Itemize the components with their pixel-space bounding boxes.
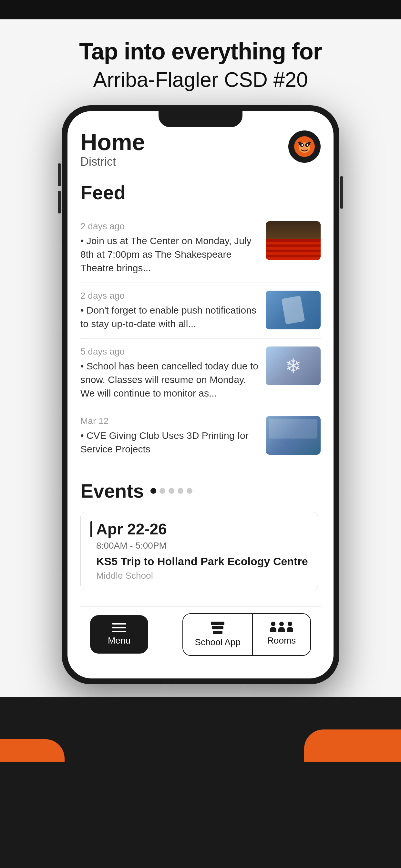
feed-thumbnail	[266, 416, 320, 455]
menu-button[interactable]: Menu	[90, 615, 148, 654]
mascot-avatar[interactable]	[288, 130, 320, 163]
app-title-group: Home District	[81, 130, 145, 168]
events-section: Events	[81, 480, 320, 590]
feed-description: • School has been cancelled today due to…	[81, 360, 259, 400]
people-icon	[270, 622, 293, 632]
feed-thumbnail	[266, 290, 320, 330]
feed-timestamp: Mar 12	[81, 416, 259, 426]
volume-down-button	[58, 191, 61, 213]
feed-description: • CVE Giving Club Uses 3D Printing for S…	[81, 429, 259, 456]
school-app-button[interactable]: School App	[183, 614, 252, 655]
feed-text: Mar 12 • CVE Giving Club Uses 3D Printin…	[81, 416, 259, 456]
menu-icon	[112, 623, 126, 632]
dot-1	[150, 488, 156, 494]
dot-2	[159, 488, 165, 494]
feed-timestamp: 2 days ago	[81, 290, 259, 301]
feed-timestamp: 2 days ago	[81, 221, 259, 231]
event-name: KS5 Trip to Holland Park Ecology Centre	[90, 555, 308, 568]
event-card[interactable]: Apr 22-26 8:00AM - 5:00PM KS5 Trip to Ho…	[81, 512, 318, 590]
feed-item[interactable]: 2 days ago • Don't forget to enable push…	[81, 283, 320, 339]
orange-stripe-right	[304, 730, 401, 762]
phone-notch	[158, 111, 243, 127]
mascot-icon	[293, 135, 316, 158]
hero-title: Tap into everything for	[79, 39, 322, 64]
events-title: Events	[81, 480, 144, 502]
app-header: Home District	[81, 130, 320, 168]
status-bar	[0, 0, 401, 20]
feed-description: • Don't forget to enable push notificati…	[81, 304, 259, 331]
power-button	[340, 176, 343, 209]
phone-frame: Home District	[62, 105, 339, 684]
feed-item[interactable]: 5 days ago • School has been cancelled t…	[81, 339, 320, 408]
volume-up-button	[58, 163, 61, 186]
events-dots	[150, 488, 192, 494]
events-scroll: Apr 22-26 8:00AM - 5:00PM KS5 Trip to Ho…	[81, 512, 320, 590]
hero-section: Tap into everything for Arriba-Flagler C…	[0, 20, 401, 697]
stack-icon	[211, 622, 224, 634]
feed-item[interactable]: Mar 12 • CVE Giving Club Uses 3D Printin…	[81, 408, 320, 464]
hero-subtitle: Arriba-Flagler CSD #20	[93, 67, 308, 92]
bottom-nav: Menu School App	[81, 607, 320, 669]
menu-label: Menu	[108, 636, 130, 646]
feed-title: Feed	[81, 182, 320, 204]
dot-5	[187, 488, 192, 494]
phone-content: Home District	[67, 111, 334, 678]
event-time: 8:00AM - 5:00PM	[90, 540, 308, 551]
event-date-bar: Apr 22-26	[90, 521, 308, 537]
svg-point-4	[302, 144, 303, 146]
feed-text: 2 days ago • Don't forget to enable push…	[81, 290, 259, 331]
feed-timestamp: 5 days ago	[81, 346, 259, 357]
feed-description: • Join us at The Center on Monday, July …	[81, 234, 259, 275]
nav-btn-group: School App	[182, 613, 311, 656]
snowflake-icon: ❄	[285, 354, 301, 377]
event-date: Apr 22-26	[96, 522, 167, 537]
home-title: Home	[81, 130, 145, 154]
svg-point-5	[307, 144, 308, 146]
rooms-label: Rooms	[267, 636, 296, 646]
events-header: Events	[81, 480, 320, 502]
dot-3	[168, 488, 174, 494]
feed-item[interactable]: 2 days ago • Join us at The Center on Mo…	[81, 213, 320, 283]
svg-point-6	[303, 148, 306, 151]
orange-stripe-left	[0, 739, 65, 762]
page-bottom	[0, 697, 401, 762]
feed-thumbnail	[266, 221, 320, 260]
phone-inner: Home District	[67, 111, 334, 678]
event-bar-indicator	[90, 521, 92, 537]
feed-thumbnail: ❄	[266, 346, 320, 385]
feed-section: Feed 2 days ago • Join us at The Center …	[81, 182, 320, 464]
feed-text: 5 days ago • School has been cancelled t…	[81, 346, 259, 400]
dot-4	[178, 488, 183, 494]
feed-text: 2 days ago • Join us at The Center on Mo…	[81, 221, 259, 275]
school-app-label: School App	[195, 637, 241, 647]
event-location: Middle School	[90, 570, 308, 581]
phone-wrapper: Home District	[26, 92, 375, 684]
rooms-button[interactable]: Rooms	[252, 614, 310, 655]
home-subtitle: District	[81, 155, 145, 168]
